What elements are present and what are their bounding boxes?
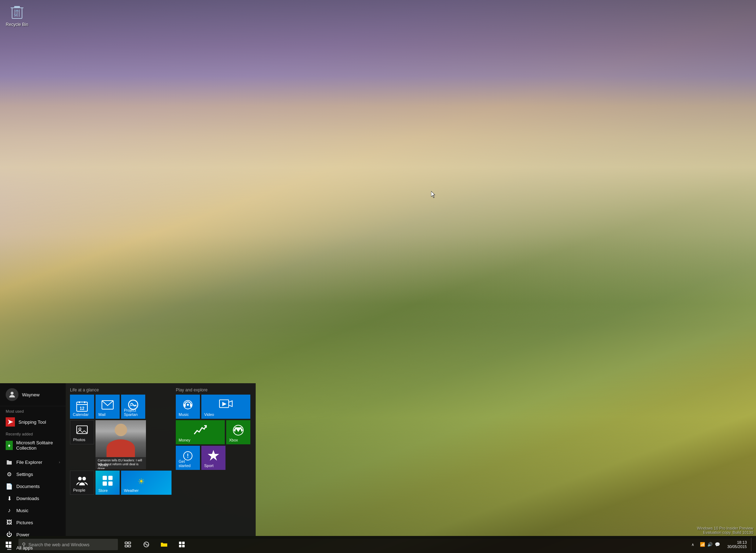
taskbar-clock[interactable]: 18:13 30/05/2015 [724, 540, 750, 549]
solitaire-item[interactable]: ♦ Microsoft Solitaire Collection [0, 438, 66, 453]
system-tray-icons: 📶 🔊 💬 [697, 542, 723, 547]
mail-tile-label: Mail [98, 412, 117, 417]
explorer-taskbar-button[interactable] [156, 536, 173, 553]
taskbar: ⚲ Search the web and Windows [0, 536, 756, 553]
people-tile-icon [76, 476, 88, 488]
store-taskbar-button[interactable] [173, 536, 190, 553]
svg-rect-38 [128, 542, 131, 544]
win-info-line1: Windows 10 Pro Insider Preview [697, 526, 753, 530]
svg-point-18 [82, 477, 86, 481]
svg-rect-10 [79, 401, 80, 403]
video-tile[interactable]: Video [201, 395, 250, 419]
svg-rect-20 [108, 476, 113, 480]
video-tile-label: Video [204, 412, 248, 417]
tiles-row-3: People Store [70, 471, 172, 495]
weather-tile-icon: ☀ [138, 477, 145, 486]
svg-rect-19 [103, 476, 107, 480]
svg-marker-28 [222, 402, 227, 406]
all-apps-item[interactable]: ☰ All apps [0, 541, 66, 553]
photos-tile-icon [76, 425, 88, 437]
get-started-tile-label: Get started [179, 459, 197, 468]
money-tile-icon [194, 424, 207, 438]
svg-rect-22 [108, 481, 113, 486]
documents-icon: 📄 [6, 483, 13, 490]
weather-tile[interactable]: ☀ Weather [121, 471, 172, 495]
news-tile-label: News [98, 463, 108, 467]
money-tile-label: Money [179, 438, 222, 442]
action-center-icon[interactable]: 💬 [715, 542, 720, 547]
music-item[interactable]: ♪ Music [0, 504, 66, 516]
store-tile-label: Store [98, 488, 117, 493]
file-explorer-label: File Explorer [16, 460, 42, 465]
recycle-bin-label: Recycle Bin [6, 22, 28, 27]
documents-item[interactable]: 📄 Documents [0, 480, 66, 492]
network-icon[interactable]: 📶 [700, 542, 705, 547]
photos-tile[interactable]: Photos [70, 420, 94, 444]
calendar-tile[interactable]: 12 Calendar [70, 395, 94, 419]
file-explorer-arrow: › [59, 460, 60, 464]
downloads-label: Downloads [16, 496, 39, 501]
svg-rect-45 [182, 545, 185, 547]
svg-rect-42 [179, 542, 181, 544]
svg-rect-21 [103, 481, 107, 486]
svg-rect-25 [184, 404, 186, 407]
recently-added-label: Recently added [0, 429, 66, 438]
tiles-row-2: Photos Cameron tells EU leaders: I will … [70, 420, 172, 469]
news-person-image [96, 420, 146, 457]
svg-rect-11 [84, 401, 85, 403]
task-view-button[interactable] [119, 536, 136, 553]
svg-point-17 [78, 477, 82, 481]
play-explore-section: Play and explore [176, 387, 251, 496]
news-tile-content: Cameron tells EU leaders: I will talk ab… [96, 420, 146, 469]
win-build-info: Windows 10 Pro Insider Preview Evaluatio… [697, 526, 753, 535]
sport-tile-label: Sport [204, 463, 223, 468]
solitaire-label: Microsoft Solitaire Collection [16, 440, 60, 451]
snipping-tool-icon [6, 417, 15, 427]
play-row-3: ! Get started Sport [176, 446, 251, 470]
volume-icon[interactable]: 🔊 [707, 542, 713, 547]
life-glance-label: Life at a glance [70, 387, 172, 392]
most-used-label: Most used [0, 406, 66, 415]
user-area[interactable]: Waynew [0, 383, 66, 406]
settings-icon: ⚙ [6, 471, 13, 478]
recycle-bin[interactable]: Recycle Bin [3, 3, 31, 27]
edge-taskbar-button[interactable] [138, 536, 155, 553]
svg-rect-37 [125, 542, 127, 544]
svg-point-6 [11, 392, 13, 395]
sport-tile[interactable]: Sport [201, 446, 225, 470]
downloads-icon: ⬇ [6, 495, 13, 502]
win-info-line2: Evaluation copy. Build 10130 [697, 530, 753, 535]
clock-time: 18:13 [737, 540, 747, 544]
money-tile[interactable]: Money [176, 420, 225, 444]
music-tile-icon [182, 399, 194, 412]
svg-rect-26 [190, 404, 192, 407]
mail-tile-icon [102, 400, 114, 411]
people-tile[interactable]: People [70, 471, 94, 495]
snipping-tool-item[interactable]: Snipping Tool [0, 415, 66, 429]
user-name: Waynew [22, 392, 39, 397]
mail-tile[interactable]: Mail [96, 395, 120, 419]
news-tile[interactable]: Cameron tells EU leaders: I will talk ab… [96, 420, 146, 469]
tiles-sections: Life at a glance 12 [70, 387, 251, 496]
get-started-tile[interactable]: ! Get started [176, 446, 200, 470]
store-tile[interactable]: Store [96, 471, 120, 495]
life-at-a-glance-section: Life at a glance 12 [70, 387, 172, 496]
pictures-item[interactable]: 🖼 Pictures [0, 516, 66, 528]
start-menu: Waynew Most used Snipping Tool Recently … [0, 383, 256, 536]
xbox-tile[interactable]: Xbox [226, 420, 250, 444]
settings-label: Settings [16, 472, 33, 477]
all-apps-label: All apps [16, 545, 33, 551]
sys-tray-expand[interactable]: ∧ [690, 542, 696, 547]
music-tile[interactable]: Music [176, 395, 200, 419]
downloads-item[interactable]: ⬇ Downloads [0, 492, 66, 504]
music-icon: ♪ [6, 507, 13, 514]
solitaire-icon: ♦ [6, 441, 13, 450]
power-item[interactable]: ⏻ Power [0, 528, 66, 541]
news-tile-image [96, 420, 146, 457]
spartan-tile[interactable]: Project Spartan [121, 395, 145, 419]
settings-item[interactable]: ⚙ Settings [0, 468, 66, 480]
show-desktop-button[interactable] [751, 538, 753, 551]
file-explorer-item[interactable]: File Explorer › [0, 456, 66, 468]
all-apps-icon: ☰ [6, 544, 13, 551]
taskbar-right: ∧ 📶 🔊 💬 18:13 30/05/2015 [690, 538, 756, 551]
